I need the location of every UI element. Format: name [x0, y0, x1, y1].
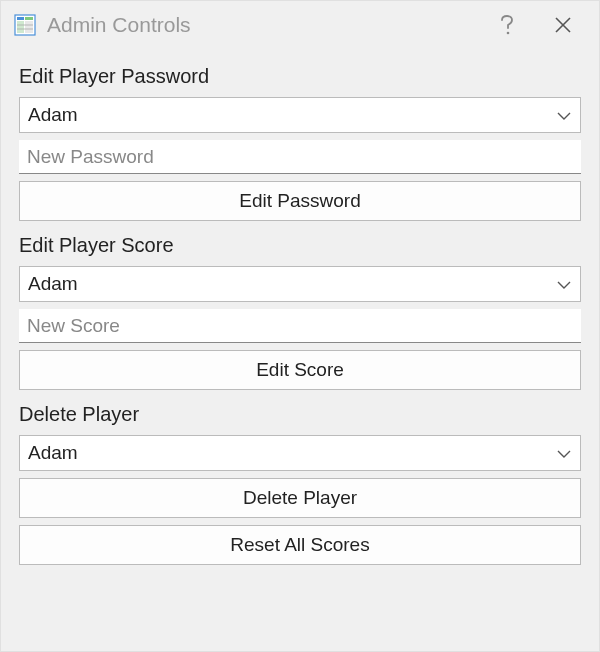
edit-score-player-select[interactable]: Adam [19, 266, 581, 302]
select-value: Adam [28, 442, 78, 464]
close-button[interactable] [547, 9, 579, 41]
svg-rect-4 [25, 21, 33, 33]
admin-controls-window: Admin Controls Edit Player Password Adam [0, 0, 600, 652]
edit-score-button[interactable]: Edit Score [19, 350, 581, 390]
delete-player-select[interactable]: Adam [19, 435, 581, 471]
svg-rect-2 [25, 17, 33, 20]
reset-all-scores-button[interactable]: Reset All Scores [19, 525, 581, 565]
edit-score-label: Edit Player Score [19, 234, 581, 257]
edit-password-label: Edit Player Password [19, 65, 581, 88]
delete-player-label: Delete Player [19, 403, 581, 426]
svg-rect-1 [17, 17, 24, 20]
window-title: Admin Controls [47, 13, 491, 37]
edit-password-player-select[interactable]: Adam [19, 97, 581, 133]
delete-player-button[interactable]: Delete Player [19, 478, 581, 518]
titlebar: Admin Controls [1, 1, 599, 49]
select-value: Adam [28, 273, 78, 295]
svg-point-7 [507, 32, 510, 35]
new-password-input[interactable] [19, 140, 581, 174]
content-area: Edit Player Password Adam Edit Password … [1, 49, 599, 651]
titlebar-buttons [491, 9, 591, 41]
app-icon [13, 13, 37, 37]
edit-password-button[interactable]: Edit Password [19, 181, 581, 221]
help-button[interactable] [491, 9, 523, 41]
new-score-input[interactable] [19, 309, 581, 343]
svg-rect-3 [17, 21, 24, 33]
select-value: Adam [28, 104, 78, 126]
